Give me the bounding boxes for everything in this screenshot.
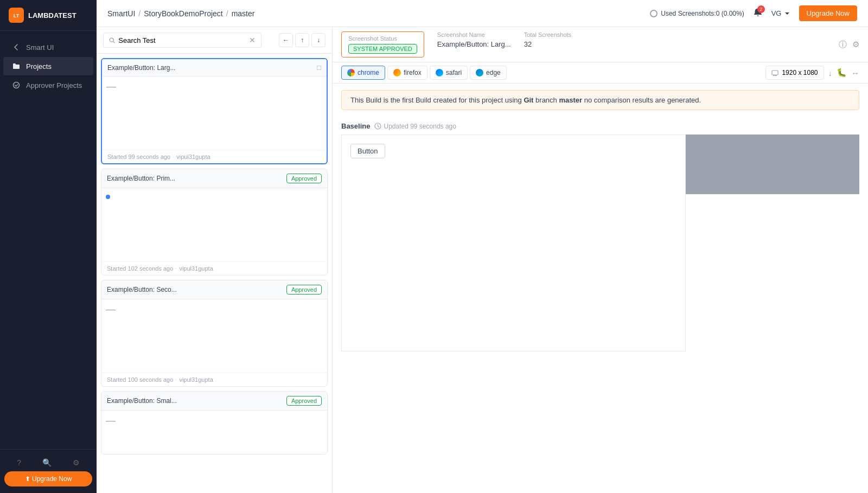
- viewer-content: Baseline Updated 99 seconds ago Button: [333, 117, 868, 351]
- copy-button-1[interactable]: □: [317, 63, 321, 72]
- screenshot-card-2[interactable]: Example/Button: Prim... Approved Started…: [101, 169, 328, 276]
- logo-icon: LT: [9, 8, 24, 23]
- chrome-icon: [347, 69, 355, 76]
- banner-text-after: no comparison results are generated.: [584, 96, 701, 104]
- card-header-4: Example/Button: Smal... Approved: [101, 392, 327, 411]
- toolbar-right: ⓘ ⚙: [839, 40, 859, 50]
- screenshot-card-3[interactable]: Example/Button: Seco... Approved — Start…: [101, 280, 328, 387]
- browser-tab-edge[interactable]: edge: [470, 66, 507, 80]
- upgrade-sidebar-label: ⬆ Upgrade Now: [25, 475, 72, 483]
- topbar-right: Used Screenshots:0 (0.00%) 2 VG Upgrade …: [650, 5, 857, 21]
- sidebar-item-approver-projects[interactable]: Approver Projects: [3, 76, 93, 94]
- toolbar-settings-button[interactable]: ⚙: [852, 40, 859, 49]
- user-initials: VG: [771, 9, 782, 17]
- screenshot-card-4[interactable]: Example/Button: Smal... Approved —: [101, 391, 328, 454]
- baseline-label: Baseline: [341, 122, 370, 130]
- bug-report-button[interactable]: 🐛: [837, 68, 847, 78]
- card-header-1: Example/Button: Larg... □: [102, 59, 327, 76]
- browser-label-chrome: chrome: [358, 69, 379, 76]
- notification-button[interactable]: 2: [753, 8, 763, 20]
- banner-bold-git: Git: [524, 96, 533, 104]
- browser-tab-firefox[interactable]: firefox: [387, 66, 427, 80]
- search-clear-button[interactable]: ✕: [249, 36, 256, 44]
- sidebar: LT LAMBDATEST Smart UI Projects: [0, 0, 97, 493]
- svg-text:LT: LT: [14, 13, 20, 18]
- card-footer-2: Started 102 seconds ago · vipul31gupta: [101, 261, 327, 275]
- topbar: SmartUI / StoryBookDemoProject / master …: [97, 0, 868, 27]
- comparison-placeholder: [686, 135, 859, 194]
- browser-label-safari: safari: [446, 69, 462, 76]
- card-actions-3: Approved: [286, 285, 322, 294]
- card-title-3: Example/Button: Seco...: [107, 286, 177, 293]
- arrow-left-icon: [12, 43, 21, 52]
- nav-down-button[interactable]: ↓: [311, 33, 326, 47]
- breadcrumb-smartui[interactable]: SmartUI: [107, 9, 135, 18]
- meta-section: Screenshot Status SYSTEM APPROVED Screen…: [341, 31, 571, 57]
- meta-total-screenshots: Total Screenshots 32: [524, 31, 571, 48]
- resolution-value: 1920 x 1080: [782, 69, 818, 76]
- svg-rect-4: [772, 71, 778, 75]
- card-user-2: vipul31gupta: [179, 265, 213, 272]
- browser-label-edge: edge: [486, 69, 501, 76]
- browser-tab-safari[interactable]: safari: [430, 66, 468, 80]
- search-input[interactable]: [118, 36, 246, 44]
- breadcrumb-sep-2: /: [226, 9, 228, 18]
- card-actions-4: Approved: [286, 396, 322, 406]
- nav-up-button[interactable]: ↑: [295, 33, 309, 47]
- baseline-section: Baseline Updated 99 seconds ago Button: [341, 117, 686, 351]
- logo-text: LAMBDATEST: [28, 11, 76, 20]
- approved-badge-4: Approved: [286, 396, 322, 406]
- safari-icon: [436, 69, 443, 76]
- preview-dash-4: —: [106, 415, 116, 426]
- upgrade-sidebar-button[interactable]: ⬆ Upgrade Now: [4, 471, 92, 486]
- browser-tabs: chrome firefox safari edge: [341, 66, 507, 80]
- meta-total-value: 32: [524, 40, 571, 48]
- question-icon[interactable]: ?: [17, 458, 21, 467]
- info-button[interactable]: ⓘ: [839, 40, 847, 50]
- card-preview-4: —: [101, 411, 327, 454]
- main-content: SmartUI / StoryBookDemoProject / master …: [97, 0, 868, 493]
- approved-badge-2: Approved: [286, 174, 322, 183]
- notification-badge: 2: [757, 5, 765, 13]
- used-screenshots: Used Screenshots:0 (0.00%): [650, 10, 744, 17]
- banner-text-before: This Build is the first Build created fo…: [350, 96, 522, 104]
- resolution-select[interactable]: 1920 x 1080: [765, 66, 824, 80]
- nav-prev-button[interactable]: ←: [279, 33, 293, 47]
- card-started-1: Started 99 seconds ago: [107, 153, 170, 160]
- preview-dash-3: —: [106, 304, 116, 315]
- expand-button[interactable]: ↔: [851, 68, 859, 78]
- breadcrumb-project[interactable]: StoryBookDemoProject: [144, 9, 223, 18]
- meta-total-label: Total Screenshots: [524, 31, 571, 38]
- breadcrumb-sep-1: /: [138, 9, 141, 18]
- meta-screenshot-status: Screenshot Status SYSTEM APPROVED: [341, 31, 424, 57]
- clock-icon: [374, 123, 381, 130]
- meta-name-value: Example/Button: Larg...: [437, 40, 511, 48]
- preview-dot-2: [106, 195, 110, 199]
- dot-sep-2: ·: [175, 265, 177, 272]
- meta-status-label: Screenshot Status: [348, 35, 417, 42]
- dot-sep-3: ·: [175, 376, 177, 383]
- sidebar-item-projects[interactable]: Projects: [3, 57, 93, 75]
- banner-bold-master: master: [559, 96, 582, 104]
- breadcrumb-branch[interactable]: master: [232, 9, 255, 18]
- svg-point-3: [110, 38, 113, 42]
- footer-icons: ? 🔍 ⚙: [4, 456, 92, 469]
- meta-screenshot-name: Screenshot Name Example/Button: Larg...: [437, 31, 511, 48]
- filter-icon[interactable]: [266, 35, 275, 46]
- card-preview-3: —: [101, 299, 327, 373]
- browser-tab-chrome[interactable]: chrome: [341, 66, 385, 80]
- settings-icon[interactable]: ⚙: [73, 458, 80, 467]
- sidebar-item-smart-ui[interactable]: Smart UI: [3, 38, 93, 56]
- card-footer-3: Started 100 seconds ago · vipul31gupta: [101, 373, 327, 386]
- card-user-1: vipul31gupta: [176, 153, 210, 160]
- card-header-3: Example/Button: Seco... Approved: [101, 280, 327, 299]
- card-preview-1: —: [102, 76, 327, 150]
- status-badge: SYSTEM APPROVED: [348, 44, 417, 54]
- search-footer-icon[interactable]: 🔍: [42, 458, 52, 467]
- sidebar-logo: LT LAMBDATEST: [0, 0, 97, 31]
- screenshot-card-1[interactable]: Example/Button: Larg... □ — Started 99 s…: [101, 58, 328, 164]
- user-menu-button[interactable]: VG: [771, 9, 790, 17]
- upgrade-top-button[interactable]: Upgrade Now: [799, 5, 858, 21]
- svg-point-2: [14, 82, 20, 88]
- download-button[interactable]: ↓: [828, 68, 833, 78]
